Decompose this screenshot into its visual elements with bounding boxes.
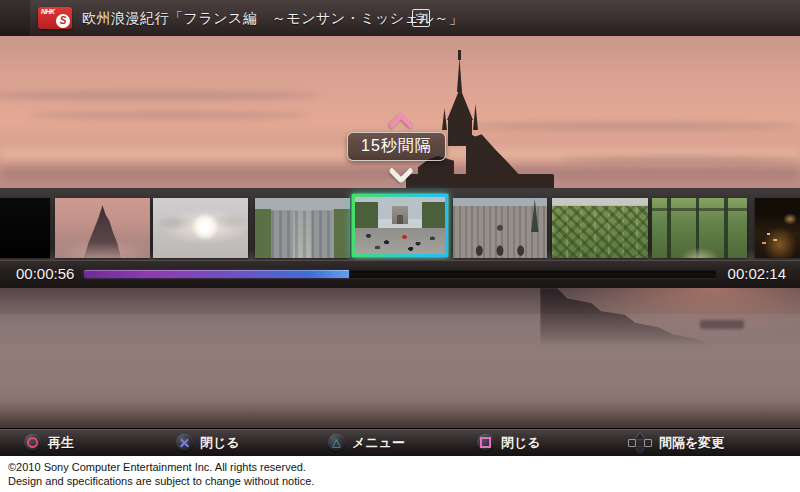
cloud-streak xyxy=(560,156,800,163)
control-close-cross[interactable]: 閉じる xyxy=(176,429,240,456)
thumbnail-1-black-frame[interactable] xyxy=(0,198,50,258)
cloud-streak xyxy=(0,91,320,100)
arc-de-triomphe xyxy=(392,206,408,224)
copyright-line2: Design and specifications are subject to… xyxy=(8,475,800,489)
total-time: 00:02:14 xyxy=(728,261,786,287)
thumbnail-6-notre-dame[interactable] xyxy=(453,198,547,258)
parterre-pattern xyxy=(552,206,648,258)
nhk-logo-badge: S xyxy=(56,14,70,28)
current-time: 00:00:56 xyxy=(16,261,74,287)
control-label: 間隔を変更 xyxy=(659,434,724,452)
thumb-image xyxy=(153,198,248,258)
bottom-shade xyxy=(0,402,800,428)
thumb-image xyxy=(755,198,800,258)
distant-building-silhouette xyxy=(700,320,744,329)
cloud-streak xyxy=(30,112,310,119)
circle-button-icon xyxy=(24,434,41,451)
cathedral-facade xyxy=(453,206,547,258)
city-texture xyxy=(271,211,334,258)
title-bar-edge xyxy=(0,0,31,36)
control-label: 閉じる xyxy=(200,434,240,452)
nhk-logo-text: NHK xyxy=(41,8,55,15)
abbey-base xyxy=(406,174,554,188)
road-with-cars xyxy=(355,228,445,254)
ps3-video-player-screen: NHK S 欧州浪漫紀行「フランス編 ～モンサン・ミッシェル～」 字 15秒間隔 xyxy=(0,0,800,492)
dpad-up-down-icon xyxy=(628,433,652,453)
progress-bar[interactable] xyxy=(84,270,716,278)
pergola-frames xyxy=(652,198,747,258)
interval-label: 15秒間隔 xyxy=(347,132,446,161)
pinnacle xyxy=(473,104,478,130)
square-button-icon xyxy=(477,434,494,451)
control-menu[interactable]: △ メニュー xyxy=(328,429,405,456)
thumbnail-9-night-avenue[interactable] xyxy=(755,198,800,258)
video-frame-upper: 15秒間隔 xyxy=(0,36,800,188)
thumbnail-8-pergola-garden[interactable] xyxy=(652,198,747,258)
spire-needle xyxy=(455,58,464,92)
control-label: メニュー xyxy=(352,434,405,452)
thumb-image xyxy=(355,197,445,254)
nhk-logo: NHK S xyxy=(38,7,72,29)
thumbnail-3-foggy-sunrise[interactable] xyxy=(153,198,248,258)
thumb-image xyxy=(552,198,648,258)
arc-opening xyxy=(397,215,403,224)
thumb-image xyxy=(453,198,547,258)
control-label: 閉じる xyxy=(501,434,541,452)
thumbnail-4-paris-aerial[interactable] xyxy=(255,198,350,258)
program-title: 欧州浪漫紀行「フランス編 ～モンサン・ミッシェル～」 xyxy=(82,0,463,36)
filmstrip xyxy=(0,188,800,260)
spire-roof xyxy=(447,88,473,120)
control-change-interval[interactable]: 間隔を変更 xyxy=(628,429,724,456)
copyright-line1: ©2010 Sony Computer Entertainment Inc. A… xyxy=(8,461,800,475)
thumbnail-5-arc-de-triomphe[interactable] xyxy=(352,194,448,257)
thumb-image xyxy=(652,198,747,258)
control-close-square[interactable]: 閉じる xyxy=(477,429,541,456)
control-play[interactable]: 再生 xyxy=(24,429,74,456)
thumb-image xyxy=(255,198,350,258)
progress-fill xyxy=(84,270,349,278)
cross-button-icon xyxy=(176,434,193,451)
tree-band xyxy=(334,209,350,258)
tree-band xyxy=(255,209,271,258)
mount-silhouette xyxy=(76,205,129,258)
video-frame-lower xyxy=(0,288,800,428)
title-bar: NHK S 欧州浪漫紀行「フランス編 ～モンサン・ミッシェル～」 字 xyxy=(0,0,800,37)
thumb-image xyxy=(0,198,50,258)
control-bar: 再生 閉じる △ メニュー 閉じる 間隔を変更 xyxy=(0,428,800,456)
copyright-footer: ©2010 Sony Computer Entertainment Inc. A… xyxy=(0,456,800,492)
timeline: 00:00:56 00:02:14 xyxy=(0,260,800,288)
thumbnail-2-mont-saint-michel[interactable] xyxy=(55,198,150,258)
control-label: 再生 xyxy=(48,434,74,452)
triangle-button-icon: △ xyxy=(328,434,345,451)
thumbnail-7-formal-garden[interactable] xyxy=(552,198,648,258)
caption-mark-icon: 字 xyxy=(412,9,430,27)
pinnacle xyxy=(442,108,447,130)
thumb-image xyxy=(55,198,150,258)
abbey-spire-silhouette xyxy=(400,36,560,188)
